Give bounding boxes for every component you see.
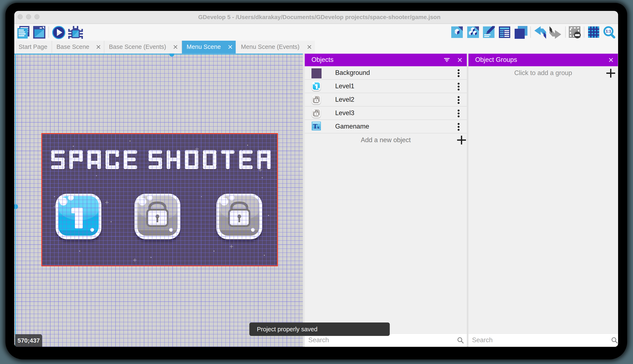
svg-text:1:1: 1:1 <box>606 29 611 33</box>
